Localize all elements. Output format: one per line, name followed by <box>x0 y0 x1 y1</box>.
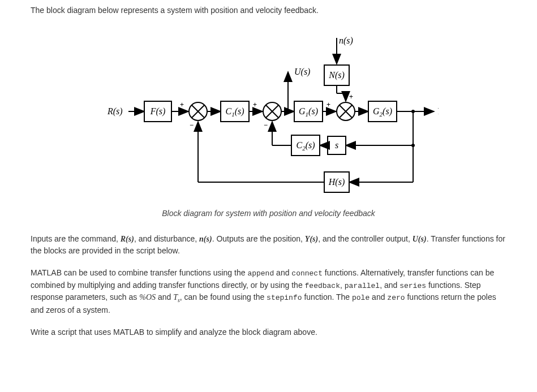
code-zero: zero <box>387 294 405 302</box>
block-diagram-figure: R(s) F(s) + C1(s) + U(s) G1(s) + n(s) N(… <box>31 27 506 219</box>
sign-sum1-minus: − <box>190 121 194 129</box>
label-Hs: H(s) <box>328 177 344 187</box>
label-Rs: R(s) <box>107 106 123 117</box>
sym-ns: n(s) <box>199 235 212 243</box>
code-connect: connect <box>291 269 323 278</box>
sym-Ys: Y(s) <box>305 235 318 243</box>
code-feedback: feedback <box>305 282 340 290</box>
label-Ns: N(s) <box>328 70 345 80</box>
paragraph-task: Write a script that uses MATLAB to simpl… <box>31 326 506 338</box>
sym-Ts: Ts <box>173 293 180 301</box>
code-append: append <box>247 269 274 278</box>
sym-Rs: R(s) <box>121 235 134 243</box>
sym-Us: U(s) <box>413 235 427 243</box>
code-stepinfo: stepinfo <box>267 294 302 302</box>
sym-pctOS: %OS <box>139 293 156 301</box>
code-series: series <box>399 282 426 290</box>
paragraph-matlab: MATLAB can be used to combine transfer f… <box>31 267 506 316</box>
label-Us: U(s) <box>294 67 310 77</box>
intro-text: The block diagram below represents a sys… <box>31 5 506 16</box>
label-ns: n(s) <box>339 36 353 46</box>
sign-sum3-plus-top: + <box>349 93 353 101</box>
figure-caption: Block diagram for system with position a… <box>31 208 506 219</box>
block-diagram-svg: R(s) F(s) + C1(s) + U(s) G1(s) + n(s) N(… <box>99 27 439 196</box>
label-Fs: F(s) <box>149 106 165 117</box>
label-Ys: Y(s) <box>437 106 439 117</box>
sign-sum1-plus: + <box>180 101 184 109</box>
sign-sum2-minus: − <box>264 121 268 129</box>
code-parallel: parallel <box>345 282 380 290</box>
label-s: s <box>334 140 338 150</box>
sign-sum2-plus: + <box>253 101 257 109</box>
code-pole: pole <box>352 294 370 302</box>
sign-sum3-plus-left: + <box>327 101 330 109</box>
paragraph-inputs-outputs: Inputs are the command, R(s), and distur… <box>31 233 506 257</box>
